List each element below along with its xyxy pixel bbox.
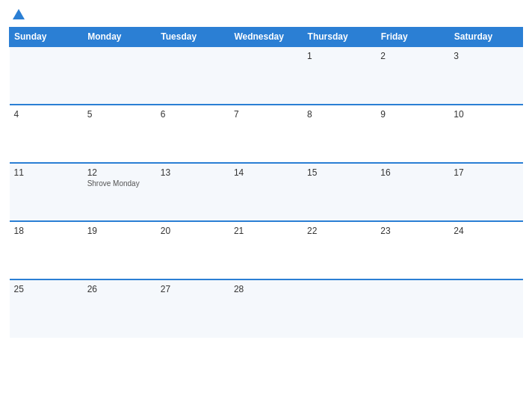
day-cell: 24 (449, 221, 522, 279)
weekday-header-thursday: Thursday (303, 28, 376, 47)
day-number: 2 (380, 51, 445, 61)
day-cell: 12Shrove Monday (83, 163, 156, 221)
week-row-3: 1112Shrove Monday1314151617 (10, 163, 523, 221)
day-number: 8 (307, 109, 371, 120)
day-number: 18 (14, 226, 78, 236)
day-number: 14 (234, 167, 298, 178)
day-cell: 23 (376, 221, 449, 279)
week-row-4: 18192021222324 (10, 221, 523, 279)
day-cell (449, 279, 522, 338)
day-cell: 18 (10, 221, 83, 279)
day-cell: 3 (449, 46, 522, 105)
day-cell: 11 (10, 163, 83, 221)
day-number: 11 (14, 167, 78, 178)
day-number: 13 (161, 167, 225, 178)
day-cell (10, 46, 83, 105)
day-number: 12 (87, 167, 152, 178)
day-number: 21 (234, 226, 298, 236)
calendar-header (9, 7, 523, 21)
day-cell: 5 (83, 105, 156, 163)
day-cell (156, 46, 229, 105)
day-cell: 14 (229, 163, 303, 221)
day-number: 23 (380, 226, 445, 236)
day-cell: 2 (376, 46, 449, 105)
day-number: 16 (380, 167, 445, 178)
logo-triangle-icon (13, 9, 25, 19)
weekday-header-friday: Friday (376, 28, 449, 47)
week-row-5: 25262728 (10, 279, 523, 338)
day-number: 19 (87, 226, 152, 236)
day-cell (303, 279, 376, 338)
day-number: 6 (161, 109, 225, 120)
day-cell (229, 46, 303, 105)
day-cell (376, 279, 449, 338)
weekday-header-saturday: Saturday (449, 28, 522, 47)
calendar-container: SundayMondayTuesdayWednesdayThursdayFrid… (0, 0, 532, 411)
day-number: 26 (87, 284, 152, 294)
day-cell: 25 (10, 279, 83, 338)
day-number: 1 (307, 51, 371, 61)
logo (10, 7, 28, 21)
day-cell: 21 (229, 221, 303, 279)
day-number: 20 (161, 226, 225, 236)
day-cell: 22 (303, 221, 376, 279)
day-cell: 8 (303, 105, 376, 163)
day-number: 3 (454, 51, 518, 61)
day-cell (83, 46, 156, 105)
day-cell: 6 (156, 105, 229, 163)
day-cell: 20 (156, 221, 229, 279)
day-cell: 26 (83, 279, 156, 338)
day-cell: 17 (449, 163, 522, 221)
week-row-2: 45678910 (10, 105, 523, 163)
day-cell: 10 (449, 105, 522, 163)
day-cell: 28 (229, 279, 303, 338)
event-label: Shrove Monday (87, 179, 152, 188)
day-cell: 13 (156, 163, 229, 221)
day-number: 9 (380, 109, 445, 120)
day-number: 10 (454, 109, 518, 120)
day-cell: 9 (376, 105, 449, 163)
day-number: 5 (87, 109, 152, 120)
day-number: 25 (14, 284, 78, 294)
day-number: 4 (14, 109, 78, 120)
day-number: 17 (454, 167, 518, 178)
weekday-header-tuesday: Tuesday (156, 28, 229, 47)
day-cell: 27 (156, 279, 229, 338)
day-cell: 1 (303, 46, 376, 105)
day-cell: 4 (10, 105, 83, 163)
day-number: 24 (454, 226, 518, 236)
day-cell: 19 (83, 221, 156, 279)
weekday-header-row: SundayMondayTuesdayWednesdayThursdayFrid… (10, 28, 523, 47)
day-number: 7 (234, 109, 298, 120)
day-number: 27 (161, 284, 225, 294)
day-number: 22 (307, 226, 371, 236)
week-row-1: 123 (10, 46, 523, 105)
day-cell: 15 (303, 163, 376, 221)
day-number: 15 (307, 167, 371, 178)
day-cell: 16 (376, 163, 449, 221)
day-number: 28 (234, 284, 298, 294)
day-cell: 7 (229, 105, 303, 163)
calendar-table: SundayMondayTuesdayWednesdayThursdayFrid… (9, 27, 523, 338)
weekday-header-sunday: Sunday (10, 28, 83, 47)
weekday-header-monday: Monday (83, 28, 156, 47)
weekday-header-wednesday: Wednesday (229, 28, 303, 47)
